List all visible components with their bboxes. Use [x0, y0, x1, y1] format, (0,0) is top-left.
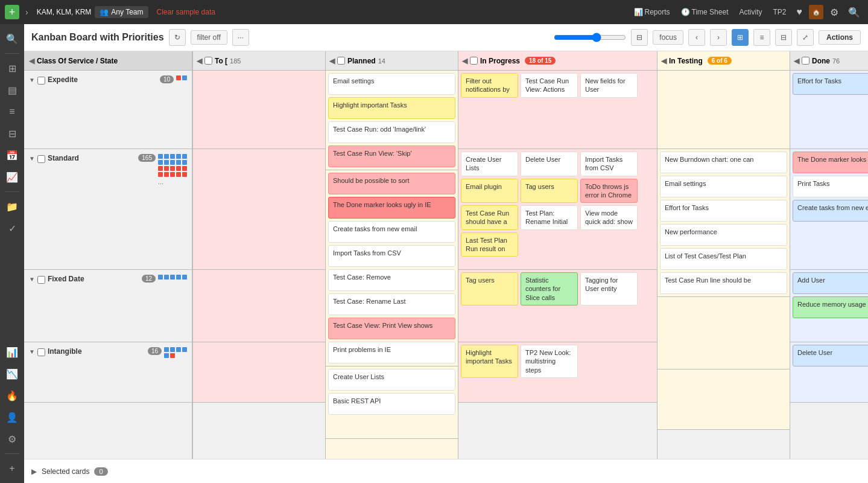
card-new-fields[interactable]: New fields for User [580, 73, 638, 98]
card-basic-rest[interactable]: Basic REST API [328, 393, 455, 415]
nav-prev-button[interactable]: ‹ [688, 29, 705, 46]
card-create-user-lists-planned[interactable]: Create User Lists [328, 369, 455, 391]
card-reduce-memory[interactable]: Reduce memory usage in [793, 296, 868, 318]
more-options-button[interactable]: ··· [232, 29, 249, 46]
card-import-tasks-planned[interactable]: Import Tasks from CSV [328, 245, 455, 267]
card-testcase-run-have[interactable]: Test Case Run should have a [461, 205, 518, 230]
clear-sample-data-button[interactable]: Clear sample data [157, 8, 215, 16]
card-testcase-print[interactable]: Test Case View: Print View shows [328, 318, 455, 339]
sidebar-board[interactable]: ▤ [2, 80, 22, 100]
filter-button[interactable]: filter off [191, 30, 227, 45]
focus-button[interactable]: focus [653, 30, 683, 45]
nav-arrow[interactable]: › [23, 6, 31, 18]
sidebar-users[interactable]: 👤 [2, 408, 22, 427]
card-list-test-cases[interactable]: List of Test Cases/Test Plan [660, 248, 787, 270]
sidebar-add-bottom[interactable]: + [2, 459, 22, 478]
card-create-tasks-done[interactable]: Create tasks from new email [793, 200, 868, 222]
row-checkbox-standard[interactable] [37, 155, 45, 163]
collapse-to[interactable]: ◀ [197, 57, 202, 65]
avatar[interactable]: 🏠 [809, 5, 823, 19]
sidebar-folder[interactable]: 📁 [2, 197, 22, 216]
actions-button[interactable]: Actions [819, 30, 861, 45]
user-nav-item[interactable]: TP2 [769, 8, 790, 16]
card-tag-users-ip[interactable]: Tag users [521, 179, 578, 203]
add-button[interactable]: + [5, 5, 19, 19]
inprogress-checkbox[interactable] [470, 57, 478, 65]
collapse-done[interactable]: ◀ [794, 57, 799, 65]
row-checkbox-fixeddate[interactable] [37, 276, 45, 284]
row-checkbox-expedite[interactable] [37, 77, 45, 85]
card-new-burndown[interactable]: New Burndown chart: one can [660, 152, 787, 173]
card-tp2-new-look[interactable]: TP2 New Look: multistring steps [521, 345, 578, 378]
card-effort-tasks-done[interactable]: Effort for Tasks [793, 73, 868, 95]
collapse-arrow-standard[interactable]: ▼ [29, 155, 35, 162]
card-email-settings-it[interactable]: Email settings [660, 176, 787, 197]
search-icon[interactable]: 🔍 [845, 7, 863, 18]
sidebar-calendar[interactable]: 📅 [2, 146, 22, 165]
card-email-plugin[interactable]: Email plugin [461, 179, 518, 203]
card-last-test-plan[interactable]: Last Test Plan Run result on [461, 232, 518, 257]
to-checkbox[interactable] [204, 57, 212, 65]
card-testcase-line[interactable]: Test Case Run line should be [660, 272, 787, 294]
collapse-arrow-fixeddate[interactable]: ▼ [29, 276, 35, 283]
card-create-tasks-email[interactable]: Create tasks from new email [328, 221, 455, 243]
card-testcase-skip[interactable]: Test Case Run View: 'Skip' [328, 146, 455, 167]
collapse-planned[interactable]: ◀ [329, 57, 335, 65]
card-testcase-imagelink[interactable]: Test Case Run: odd 'Image/link' [328, 121, 455, 143]
card-create-user-lists-ip[interactable]: Create User Lists [461, 152, 518, 176]
view-columns-button[interactable]: ⊟ [631, 29, 648, 46]
card-testcase-rename[interactable]: Test Case: Rename Last [328, 293, 455, 315]
refresh-button[interactable]: ↻ [169, 29, 186, 46]
view-extra-button[interactable]: ⤢ [797, 29, 814, 46]
card-highlight-tasks[interactable]: Highlight important Tasks [328, 97, 455, 119]
card-statistic-counters[interactable]: Statistic counters for Slice calls [521, 272, 578, 305]
card-highlight-tasks-int[interactable]: Highlight important Tasks [461, 345, 518, 378]
card-testcase-actions[interactable]: Test Case Run View: Actions [521, 73, 578, 98]
sidebar-analytics[interactable]: 📉 [2, 364, 22, 383]
sidebar-timeline[interactable]: ⊟ [2, 124, 22, 143]
done-checkbox[interactable] [802, 57, 809, 65]
card-done-marker-ie7[interactable]: The Done marker looks ugly in IE 7 [793, 152, 868, 173]
card-delete-user-ip[interactable]: Delete User [521, 152, 578, 176]
card-effort-tasks-it[interactable]: Effort for Tasks [660, 200, 787, 222]
card-print-problems[interactable]: Print problems in IE [328, 342, 455, 363]
view-list-button[interactable]: ≡ [753, 29, 770, 46]
card-tag-users-fd[interactable]: Tag users [461, 272, 518, 305]
sidebar-settings2[interactable]: ⚙ [2, 429, 22, 449]
card-todo-throws[interactable]: ToDo throws js error in Chrome [580, 179, 638, 203]
card-tagging-user[interactable]: Tagging for User entity [580, 272, 638, 305]
card-email-settings[interactable]: Email settings [328, 73, 455, 95]
collapse-selected-arrow[interactable]: ▶ [31, 467, 37, 476]
card-import-tasks-ip[interactable]: Import Tasks from CSV [580, 152, 638, 176]
collapse-intesting[interactable]: ◀ [661, 57, 667, 65]
sidebar-tasks[interactable]: ✓ [2, 219, 22, 238]
sidebar-home[interactable]: ⊞ [2, 59, 22, 78]
sidebar-burndown[interactable]: 🔥 [2, 386, 22, 405]
reports-nav-item[interactable]: 📊 Reports [630, 8, 674, 16]
planned-checkbox[interactable] [337, 57, 345, 65]
nav-next-button[interactable]: › [710, 29, 727, 46]
card-add-user-done[interactable]: Add User [793, 272, 868, 294]
collapse-arrow-expedite[interactable]: ▼ [29, 77, 35, 83]
card-print-tasks[interactable]: Print Tasks [793, 176, 868, 197]
card-done-marker-ugly[interactable]: The Done marker looks ugly in IE [328, 197, 455, 219]
collapse-inprogress[interactable]: ◀ [462, 57, 467, 65]
sidebar-list[interactable]: ≡ [2, 102, 22, 121]
card-view-mode[interactable]: View mode quick add: show [580, 205, 638, 230]
sidebar-chart[interactable]: 📈 [2, 167, 22, 187]
sidebar-reports[interactable]: 📊 [2, 342, 22, 362]
sidebar-search[interactable]: 🔍 [2, 29, 22, 48]
activity-nav-item[interactable]: Activity [735, 8, 765, 16]
card-filter-notifications[interactable]: Filter out notifications by [461, 73, 518, 98]
view-kanban-button[interactable]: ⊞ [732, 29, 749, 46]
heart-icon[interactable]: ♥ [794, 7, 806, 18]
view-table-button[interactable]: ⊟ [775, 29, 792, 46]
timesheet-nav-item[interactable]: 🕐 Time Sheet [677, 8, 732, 16]
collapse-arrow-class[interactable]: ◀ [29, 57, 34, 65]
card-testcase-remove[interactable]: Test Case: Remove [328, 269, 455, 291]
row-checkbox-intangible[interactable] [37, 348, 45, 356]
card-delete-user-done[interactable]: Delete User [793, 345, 868, 366]
card-test-plan-rename[interactable]: Test Plan: Rename Initial [521, 205, 578, 230]
settings-icon[interactable]: ⚙ [827, 7, 841, 18]
collapse-arrow-intangible[interactable]: ▼ [29, 348, 35, 355]
